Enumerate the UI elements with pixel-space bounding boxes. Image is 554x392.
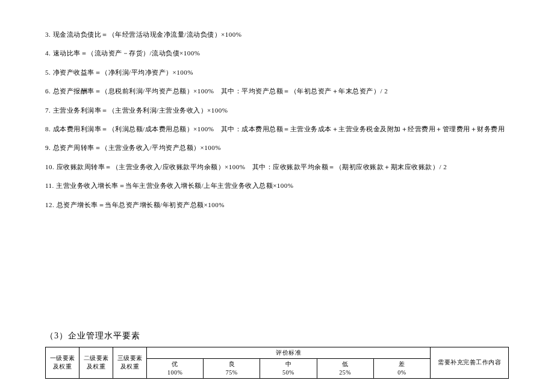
th-grade-excellent: 优 100% xyxy=(147,358,204,378)
grade-pct: 25% xyxy=(319,369,372,377)
th-supplement: 需要补充完善工作内容 xyxy=(431,347,509,378)
table-header-row-1: 一级要素及权重 二级要素及权重 三级要素及权重 评价标准 需要补充完善工作内容 xyxy=(46,347,509,358)
formula-list: 3. 现金流动负债比＝（年经营活动现金净流量/流动负债）×100% 4. 速动比… xyxy=(45,30,509,210)
th-grade-poor: 差 0% xyxy=(373,358,430,378)
th-grade-medium: 中 50% xyxy=(260,358,317,378)
grade-label: 优 xyxy=(148,360,202,369)
formula-line-4: 4. 速动比率＝（流动资产－存货）/流动负债×100% xyxy=(45,49,509,58)
section-title: （3）企业管理水平要素 xyxy=(45,330,509,342)
formula-line-10: 10. 应收账款周转率＝（主营业务收入/应收账款平均余额）×100% 其中：应收… xyxy=(45,163,509,172)
formula-line-11: 11. 主营业务收入增长率＝当年主营业务收入增长额/上年主营业务收入总额×100… xyxy=(45,181,509,190)
formula-line-7: 7. 主营业务利润率＝（主营业务利润/主营业务收入）×100% xyxy=(45,106,509,115)
grade-label: 差 xyxy=(375,360,429,369)
grade-label: 中 xyxy=(261,360,315,369)
formula-line-8: 8. 成本费用利润率＝（利润总额/成本费用总额）×100% 其中：成本费用总额＝… xyxy=(45,125,509,134)
evaluation-table: 一级要素及权重 二级要素及权重 三级要素及权重 评价标准 需要补充完善工作内容 … xyxy=(45,347,509,379)
grade-pct: 50% xyxy=(261,369,315,377)
formula-line-12: 12. 总资产增长率＝当年总资产增长额/年初资产总额×100% xyxy=(45,201,509,210)
grade-pct: 0% xyxy=(375,369,429,377)
formula-line-9: 9. 总资产周转率＝（主营业务收入/平均资产总额）×100% xyxy=(45,143,509,152)
th-level1: 一级要素及权重 xyxy=(46,347,79,378)
grade-label: 良 xyxy=(205,360,258,369)
th-criteria: 评价标准 xyxy=(147,347,431,358)
document-page: 3. 现金流动负债比＝（年经营活动现金净流量/流动负债）×100% 4. 速动比… xyxy=(0,0,554,392)
grade-label: 低 xyxy=(319,360,372,369)
th-grade-good: 良 75% xyxy=(204,358,260,378)
grade-pct: 75% xyxy=(205,369,258,377)
th-level2: 二级要素及权重 xyxy=(79,347,113,378)
formula-line-6: 6. 总资产报酬率＝（息税前利润/平均资产总额）×100% 其中：平均资产总额＝… xyxy=(45,87,509,96)
grade-pct: 100% xyxy=(148,369,202,377)
formula-line-3: 3. 现金流动负债比＝（年经营活动现金净流量/流动负债）×100% xyxy=(45,30,509,39)
formula-line-5: 5. 净资产收益率＝（净利润/平均净资产）×100% xyxy=(45,68,509,77)
th-grade-low: 低 25% xyxy=(317,358,373,378)
th-level3: 三级要素及权重 xyxy=(113,347,147,378)
